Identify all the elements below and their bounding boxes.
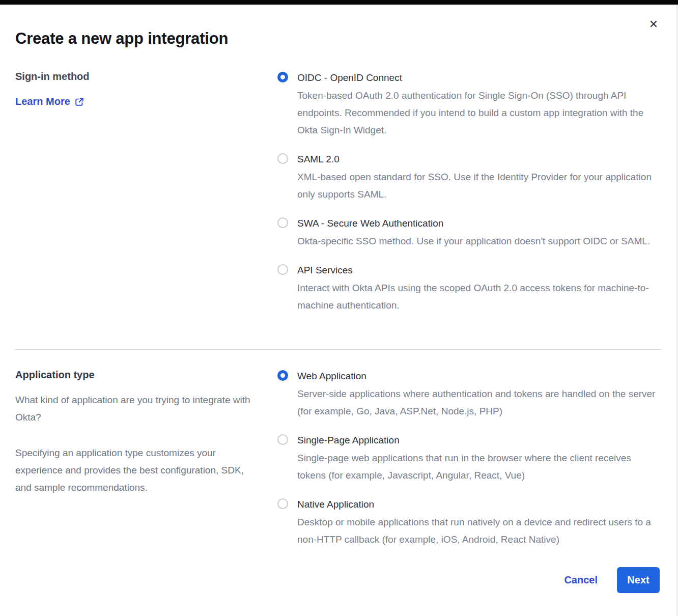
option-title[interactable]: SAML 2.0 [297, 152, 658, 166]
option-title[interactable]: Native Application [297, 497, 658, 511]
signin-options: OIDC - OpenID Connect Token-based OAuth … [277, 71, 658, 327]
radio-single-page-application[interactable] [277, 434, 288, 445]
radio-saml[interactable] [277, 153, 288, 164]
option-text: SWA - Secure Web Authentication Okta-spe… [297, 216, 658, 250]
dialog-right-edge [676, 5, 678, 616]
page-title: Create a new app integration [15, 30, 228, 48]
option-title[interactable]: OIDC - OpenID Connect [297, 71, 658, 85]
option-description: Desktop or mobile applications that run … [297, 514, 658, 548]
option-title[interactable]: Single-Page Application [297, 433, 658, 447]
radio-swa[interactable] [277, 217, 288, 228]
section-divider [14, 349, 662, 350]
learn-more-link[interactable]: Learn More [15, 96, 84, 107]
apptype-option-spa[interactable]: Single-Page Application Single-page web … [277, 433, 658, 484]
application-type-heading: Application type [15, 369, 95, 381]
option-text: Single-Page Application Single-page web … [297, 433, 658, 484]
radio-api-services[interactable] [277, 264, 288, 275]
option-description: Server-side applications where authentic… [297, 385, 658, 420]
application-type-note: Specifying an application type customize… [15, 444, 262, 496]
radio-oidc[interactable] [277, 72, 288, 82]
learn-more-label: Learn More [15, 96, 70, 107]
dialog-footer: Cancel Next [564, 567, 660, 593]
option-title[interactable]: Web Application [297, 369, 658, 383]
option-description: Okta-specific SSO method. Use if your ap… [297, 233, 658, 250]
cancel-button[interactable]: Cancel [564, 574, 598, 586]
option-text: Web Application Server-side applications… [297, 369, 658, 420]
next-button[interactable]: Next [617, 567, 660, 593]
option-description: Interact with Okta APIs using the scoped… [297, 279, 658, 314]
close-icon[interactable]: ✕ [646, 17, 661, 32]
create-app-integration-dialog: ✕ Create a new app integration Sign-in m… [0, 0, 678, 616]
option-text: Native Application Desktop or mobile app… [297, 497, 658, 548]
option-title[interactable]: SWA - Secure Web Authentication [297, 216, 658, 230]
signin-method-heading: Sign-in method [15, 71, 90, 82]
apptype-option-web[interactable]: Web Application Server-side applications… [277, 369, 658, 420]
option-description: Single-page web applications that run in… [297, 450, 658, 484]
radio-native-application[interactable] [277, 498, 288, 509]
option-description: XML-based open standard for SSO. Use if … [297, 169, 658, 203]
option-text: SAML 2.0 XML-based open standard for SSO… [297, 152, 658, 203]
signin-option-oidc[interactable]: OIDC - OpenID Connect Token-based OAuth … [277, 71, 658, 139]
top-edge-bar [0, 0, 678, 5]
external-link-icon [75, 97, 84, 106]
signin-option-saml[interactable]: SAML 2.0 XML-based open standard for SSO… [277, 152, 658, 203]
option-description: Token-based OAuth 2.0 authentication for… [297, 87, 658, 139]
option-text: OIDC - OpenID Connect Token-based OAuth … [297, 71, 658, 139]
signin-option-api-services[interactable]: API Services Interact with Okta APIs usi… [277, 263, 658, 314]
apptype-option-native[interactable]: Native Application Desktop or mobile app… [277, 497, 658, 548]
option-title[interactable]: API Services [297, 263, 658, 277]
application-type-options: Web Application Server-side applications… [277, 369, 658, 562]
radio-web-application[interactable] [277, 370, 288, 381]
application-type-intro: What kind of application are you trying … [15, 391, 262, 426]
option-text: API Services Interact with Okta APIs usi… [297, 263, 658, 314]
signin-option-swa[interactable]: SWA - Secure Web Authentication Okta-spe… [277, 216, 658, 250]
